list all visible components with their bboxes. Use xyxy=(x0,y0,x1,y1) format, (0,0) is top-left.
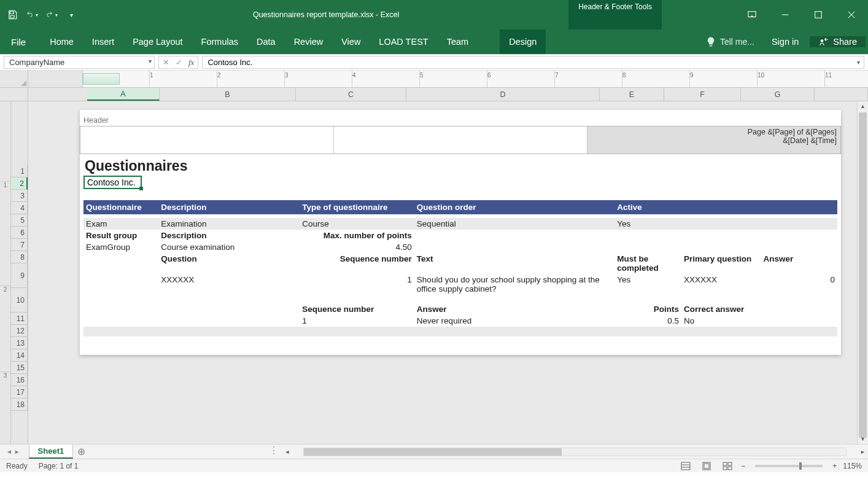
column-header-a[interactable]: A xyxy=(87,88,160,101)
tell-me-search[interactable]: Tell me... xyxy=(697,29,763,54)
tab-view[interactable]: View xyxy=(332,29,370,54)
row-header[interactable]: 2 xyxy=(11,177,28,190)
horizontal-scrollbar[interactable]: ◄ ► xyxy=(282,445,868,459)
formula-input[interactable]: Contoso Inc. ▾ xyxy=(202,56,864,69)
zoom-out-button[interactable]: − xyxy=(741,462,745,470)
save-icon[interactable] xyxy=(6,9,18,21)
qat-customize-icon[interactable]: ▾ xyxy=(65,9,77,21)
table-row: Exam Examination Course Sequential Yes xyxy=(83,218,837,230)
column-header-g[interactable]: G xyxy=(741,88,815,101)
tab-split-handle[interactable]: ⋮ xyxy=(265,445,282,459)
tell-me-label: Tell me... xyxy=(720,37,754,47)
share-label: Share xyxy=(833,37,857,47)
row-header[interactable]: 15 xyxy=(11,362,28,374)
row-header[interactable]: 10 xyxy=(11,288,28,313)
tab-formulas[interactable]: Formulas xyxy=(192,29,247,54)
svg-point-5 xyxy=(821,39,824,42)
page-layout-view-icon[interactable] xyxy=(699,461,714,472)
sheet-tab-sheet1[interactable]: Sheet1 xyxy=(29,445,74,459)
scroll-down-icon[interactable]: ▼ xyxy=(858,434,868,444)
share-button[interactable]: Share xyxy=(810,36,866,47)
title-bar: ▾ ▾ ▾ Questionnaires report template.xls… xyxy=(0,0,868,29)
row-header[interactable]: 4 xyxy=(11,202,28,214)
row-header[interactable]: 18 xyxy=(11,398,28,411)
redo-icon[interactable]: ▾ xyxy=(45,9,58,21)
row-header[interactable]: 3 xyxy=(11,190,28,202)
row-header[interactable]: 13 xyxy=(11,337,28,349)
sign-in-button[interactable]: Sign in xyxy=(763,37,807,47)
insert-function-icon[interactable]: fx xyxy=(188,58,194,68)
row-header[interactable]: 1 xyxy=(11,165,28,177)
page-break-view-icon[interactable] xyxy=(720,461,735,472)
vertical-ruler[interactable]: 1 2 3 xyxy=(0,101,11,444)
column-header-d[interactable]: D xyxy=(406,88,600,101)
chevron-down-icon[interactable]: ▾ xyxy=(149,58,152,64)
window-controls xyxy=(735,0,868,29)
scroll-right-icon[interactable]: ► xyxy=(858,449,868,455)
scroll-left-icon[interactable]: ◄ xyxy=(282,449,293,455)
row-header[interactable]: 16 xyxy=(11,374,28,386)
header-center-box[interactable] xyxy=(334,126,587,154)
tab-design[interactable]: Design xyxy=(500,29,546,54)
row-header[interactable]: 12 xyxy=(11,325,28,337)
zoom-slider[interactable] xyxy=(755,465,823,467)
row-header[interactable]: 7 xyxy=(11,239,28,251)
tab-team[interactable]: Team xyxy=(438,29,478,54)
doc-title: Questionnaires xyxy=(85,158,837,174)
header-left-box[interactable] xyxy=(80,126,334,154)
normal-view-icon[interactable] xyxy=(678,461,693,472)
row-header[interactable]: 11 xyxy=(11,313,28,325)
contextual-tab-label: Header & Footer Tools xyxy=(578,2,652,11)
table-header-row: Questionnaire Description Type of questi… xyxy=(83,200,837,214)
minimize-icon[interactable] xyxy=(769,0,802,29)
vertical-scrollbar[interactable]: ▲ ▼ xyxy=(857,101,868,444)
row-header[interactable]: 17 xyxy=(11,386,28,398)
maximize-icon[interactable] xyxy=(802,0,835,29)
zoom-in-button[interactable]: + xyxy=(832,462,837,470)
table-row xyxy=(83,327,837,336)
undo-icon[interactable]: ▾ xyxy=(26,9,38,21)
sheet-canvas[interactable]: Header Page &[Page] of &[Pages] &[Date] … xyxy=(28,101,868,444)
scrollbar-thumb[interactable] xyxy=(859,112,867,438)
select-all-triangle[interactable] xyxy=(0,71,28,88)
new-sheet-button[interactable]: ⊕ xyxy=(73,445,89,459)
horizontal-ruler[interactable]: 1 2 3 4 5 6 7 8 9 10 11 xyxy=(28,71,868,88)
scroll-up-icon[interactable]: ▲ xyxy=(858,101,868,111)
ribbon-display-options-icon[interactable] xyxy=(735,0,769,29)
tab-file[interactable]: File xyxy=(0,29,37,54)
row-header[interactable]: 6 xyxy=(11,227,28,239)
svg-rect-13 xyxy=(723,467,727,470)
th-order: Question order xyxy=(414,200,614,214)
zoom-percentage[interactable]: 115% xyxy=(843,462,862,470)
cell: Never required xyxy=(414,315,614,327)
scrollbar-thumb[interactable] xyxy=(304,448,562,456)
row-header[interactable]: 8 xyxy=(11,251,28,263)
column-header-e[interactable]: E xyxy=(600,88,664,101)
cell: 0 xyxy=(761,274,837,295)
column-header-f[interactable]: F xyxy=(664,88,741,101)
tab-page-layout[interactable]: Page Layout xyxy=(123,29,192,54)
header-right-box[interactable]: Page &[Page] of &[Pages] &[Date] &[Time] xyxy=(587,126,840,154)
header-right-line1: Page &[Page] of &[Pages] xyxy=(591,128,837,136)
tab-load-test[interactable]: LOAD TEST xyxy=(370,29,437,54)
th-type: Type of questionnaire xyxy=(300,200,414,214)
tab-data[interactable]: Data xyxy=(247,29,285,54)
th-questionnaire: Questionnaire xyxy=(83,200,158,214)
name-box[interactable]: CompanyName ▾ xyxy=(4,56,155,69)
cancel-formula-icon[interactable]: ✕ xyxy=(163,58,169,67)
tab-insert[interactable]: Insert xyxy=(83,29,123,54)
table-row: Sequence number Answer Points Correct an… xyxy=(83,303,837,315)
accept-formula-icon[interactable]: ✓ xyxy=(176,58,182,67)
tab-home[interactable]: Home xyxy=(41,29,83,54)
row-header[interactable]: 9 xyxy=(11,263,28,288)
expand-formula-bar-icon[interactable]: ▾ xyxy=(857,59,860,66)
active-cell[interactable]: Contoso Inc. xyxy=(83,176,142,189)
sheet-nav-controls[interactable]: ◄ ► xyxy=(0,445,26,459)
column-header-b[interactable]: B xyxy=(160,88,296,101)
close-icon[interactable] xyxy=(835,0,868,29)
window-title: Questionnaires report template.xlsx - Ex… xyxy=(83,0,568,29)
column-header-c[interactable]: C xyxy=(296,88,406,101)
row-header[interactable]: 5 xyxy=(11,214,28,227)
tab-review[interactable]: Review xyxy=(285,29,333,54)
row-header[interactable]: 14 xyxy=(11,349,28,362)
